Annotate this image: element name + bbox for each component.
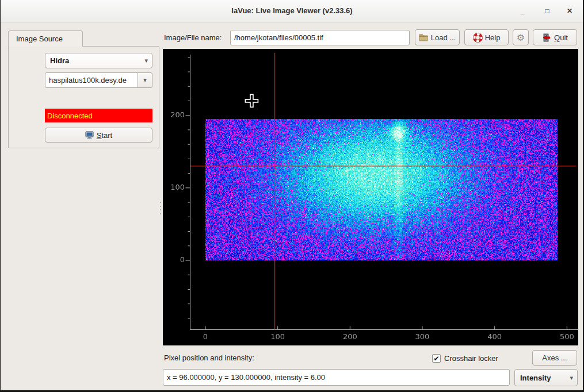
gear-icon: ⚙ (517, 32, 525, 43)
y-axis-tick-label: 0 (163, 255, 185, 264)
quit-button[interactable]: Quit (533, 29, 577, 45)
source-combobox-value: Hidra (45, 56, 69, 65)
position-readout-input[interactable]: x = 96.000000, y = 130.000000, intensity… (163, 369, 510, 386)
source-combobox[interactable]: Hidra ▾ (45, 53, 152, 68)
mouse-crosshair-cursor (245, 94, 258, 107)
x-axis-tick-label: 100 (264, 332, 292, 341)
x-axis-tick-label: 200 (335, 332, 364, 341)
tab-image-source[interactable]: Image Source (8, 30, 83, 47)
x-axis-tick-label: 300 (408, 332, 437, 341)
monitor-icon (85, 131, 94, 139)
x-axis-tick-label: 500 (552, 332, 581, 341)
image-plot[interactable]: 01002000100200300400500 (163, 49, 578, 345)
server-dropdown-button[interactable]: ▾ (138, 72, 152, 88)
status-badge: Disconnected (45, 109, 152, 122)
minimize-button[interactable]: _ (515, 5, 530, 17)
start-button-label: Start (97, 131, 112, 140)
axes-button[interactable]: Axes ... (532, 350, 577, 366)
detector-image[interactable] (205, 119, 558, 260)
quit-button-label: Quit (554, 33, 568, 42)
chevron-down-icon: ▾ (143, 76, 147, 84)
help-button[interactable]: Help (464, 29, 509, 45)
filename-label: Image/File name: (164, 33, 222, 42)
close-button[interactable]: ✕ (562, 5, 577, 17)
settings-button[interactable]: ⚙ (513, 29, 529, 45)
tab-image-source-label: Image Source (16, 34, 63, 43)
exit-door-icon (542, 33, 552, 42)
crosshair-locker-checkbox[interactable]: ✔ (432, 354, 441, 363)
status-value: Disconnected (47, 112, 93, 120)
position-readout-value: x = 96.000000, y = 130.000000, intensity… (167, 373, 325, 382)
server-input[interactable]: haspilatus100k.desy.de (45, 72, 138, 88)
load-button[interactable]: Load ... (415, 29, 460, 45)
chevron-down-icon: ▾ (140, 57, 152, 64)
titlebar[interactable]: laVue: Live Image Viewer (v2.33.6) _ □ ✕ (0, 0, 584, 22)
help-button-label: Help (485, 33, 501, 42)
y-axis-tick-label: 100 (163, 183, 185, 191)
pixel-position-label: Pixel position and intensity: (164, 353, 254, 362)
x-axis-tick-label: 0 (191, 332, 220, 341)
crosshair-locker-label: Crosshair locker (444, 354, 498, 363)
maximize-button[interactable]: □ (540, 5, 555, 17)
y-axis-tick-label: 200 (163, 110, 185, 119)
load-button-label: Load ... (431, 33, 456, 42)
server-input-value: haspilatus100k.desy.de (49, 76, 127, 84)
start-button[interactable]: Start (45, 128, 152, 143)
filename-input[interactable]: /home/jkotan/files/00005.tif (230, 30, 410, 45)
chevron-down-icon: ▾ (566, 374, 577, 382)
folder-icon (419, 33, 429, 41)
x-axis-tick-label: 400 (480, 332, 509, 341)
window-title: laVue: Live Image Viewer (v2.33.6) (0, 0, 584, 22)
window-border-left (0, 0, 1, 392)
axes-button-label: Axes ... (542, 353, 567, 362)
lifebuoy-icon (473, 33, 483, 43)
splitter-handle[interactable] (159, 202, 162, 214)
scale-selector-combobox[interactable]: Intensity ▾ (514, 369, 578, 386)
filename-input-value: /home/jkotan/files/00005.tif (234, 33, 323, 42)
scale-selector-value: Intensity (515, 374, 551, 382)
